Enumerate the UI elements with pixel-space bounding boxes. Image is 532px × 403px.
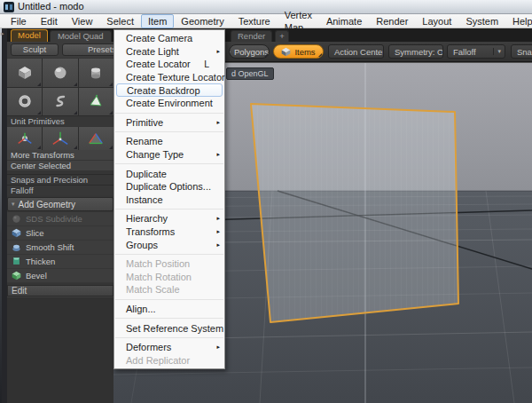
submenu-arrow-icon: ▸: [214, 48, 220, 55]
polygons-mode-button[interactable]: Polygons: [229, 44, 270, 59]
expander-arrow-icon: ▾: [12, 201, 15, 208]
tool-slice[interactable]: Slice: [7, 226, 113, 241]
cylinder-icon: [89, 66, 103, 80]
tab-model[interactable]: Model: [11, 29, 48, 42]
action-center-dropdown[interactable]: Action Center ▾: [328, 44, 384, 59]
menu-item-set-reference-system[interactable]: Set Reference System: [114, 321, 224, 335]
menu-item-hierarchy[interactable]: Hierarchy▸: [114, 212, 224, 225]
section-snaps-precision[interactable]: Snaps and Precision: [7, 174, 113, 185]
geometry-tool-list: SDS Subdivide Slice Smooth Shift Thicken: [7, 212, 113, 283]
menu-item-create-light[interactable]: Create Light▸: [114, 45, 224, 59]
submenu-arrow-icon: ▸: [214, 228, 220, 235]
menubar-item-item[interactable]: Item: [141, 14, 174, 28]
menu-item-primitive[interactable]: Primitive▸: [114, 116, 224, 130]
window-title: Untitled - modo: [18, 0, 84, 13]
menu-item-align[interactable]: Align...: [114, 303, 224, 316]
menu-item-match-scale: Match Scale: [114, 283, 224, 296]
submenu-arrow-icon: ▸: [214, 151, 220, 158]
sphere-tool-button[interactable]: [43, 59, 77, 87]
add-tab-button[interactable]: +: [275, 30, 289, 42]
menu-item-deformers[interactable]: Deformers▸: [114, 341, 224, 354]
menubar-item-select[interactable]: Select: [99, 14, 141, 28]
tool-bevel[interactable]: Bevel: [7, 269, 113, 283]
scale-tool-button[interactable]: [79, 127, 113, 150]
menu-item-create-texture-locator[interactable]: Create Texture Locator: [114, 71, 224, 84]
menu-separator: [115, 337, 223, 338]
cone-icon: [89, 94, 103, 108]
backdrop-plane-texture: [251, 104, 458, 322]
menu-separator: [115, 299, 223, 300]
window-titlebar[interactable]: Untitled - modo: [0, 0, 532, 14]
menu-separator: [115, 163, 223, 164]
section-unit-primitives[interactable]: Unit Primitives: [7, 115, 113, 126]
cone-tool-button[interactable]: [79, 88, 113, 116]
tool-sds-subdivide[interactable]: SDS Subdivide: [7, 212, 113, 226]
menubar-item-animate[interactable]: Animate: [319, 14, 369, 28]
tab-model-quad[interactable]: Model Quad: [50, 30, 112, 42]
falloff-dropdown[interactable]: Falloff ▾: [447, 44, 505, 59]
axis-rotate-tool-button[interactable]: [43, 127, 77, 150]
tool-smooth-shift[interactable]: Smooth Shift: [7, 241, 113, 255]
toolbox-tab-row: Model Model Quad: [7, 28, 113, 42]
menu-item-change-type[interactable]: Change Type▸: [114, 148, 224, 162]
chevron-down-icon: ▾: [493, 48, 501, 55]
menu-item-duplicate-options[interactable]: Duplicate Options...: [114, 180, 224, 194]
menubar-item-texture[interactable]: Texture: [231, 14, 278, 28]
snapping-dropdown[interactable]: Snapping ▾: [511, 44, 532, 59]
app-icon[interactable]: [4, 2, 14, 12]
menu-item-groups[interactable]: Groups▸: [114, 238, 224, 251]
bevel-icon: [12, 271, 21, 281]
menubar-item-geometry[interactable]: Geometry: [174, 14, 231, 28]
transform-tool-button[interactable]: [7, 127, 42, 150]
sculpt-button[interactable]: Sculpt: [11, 43, 59, 56]
smooth-shift-icon: [12, 242, 21, 252]
spiral-icon: [53, 94, 67, 108]
modo-application-window: Untitled - modo File Edit View Select It…: [0, 0, 532, 403]
center-selected-button[interactable]: Center Selected: [7, 161, 113, 171]
menubar-item-system[interactable]: System: [458, 14, 505, 28]
menubar-item-layout[interactable]: Layout: [415, 14, 458, 28]
menu-item-match-position: Match Position: [114, 257, 224, 271]
torus-tool-button[interactable]: [7, 88, 42, 116]
cube-icon: [18, 66, 32, 80]
tool-thicken[interactable]: Thicken: [7, 255, 113, 269]
menubar-item-edit[interactable]: Edit: [34, 14, 65, 28]
sidebar-empty-area: [7, 296, 113, 403]
viewport-style-label[interactable]: d OpenGL: [226, 67, 274, 80]
cylinder-tool-button[interactable]: [79, 59, 113, 87]
cube-tool-button[interactable]: [7, 59, 42, 87]
thicken-icon: [12, 257, 21, 266]
menubar: File Edit View Select Item Geometry Text…: [0, 14, 532, 28]
primitive-tool-grid: [7, 59, 113, 115]
symmetry-dropdown[interactable]: Symmetry: Off ▾: [388, 44, 443, 59]
menu-item-create-environment[interactable]: Create Environment: [114, 97, 224, 110]
polygons-cube-icon: [230, 47, 231, 57]
menubar-item-render[interactable]: Render: [369, 14, 415, 28]
transform-gizmo-icon: [16, 130, 34, 146]
add-geometry-header[interactable]: ▾ Add Geometry: [7, 197, 113, 211]
items-mode-button[interactable]: Items: [273, 44, 324, 59]
menubar-item-file[interactable]: File: [4, 14, 34, 28]
menu-separator: [115, 131, 223, 132]
menu-item-transforms[interactable]: Transforms▸: [114, 225, 224, 239]
scale-gizmo-icon: [87, 130, 105, 146]
menu-item-duplicate[interactable]: Duplicate: [114, 167, 224, 180]
submenu-arrow-icon: ▸: [214, 241, 220, 249]
tab-render[interactable]: Render: [231, 30, 272, 42]
more-transforms-button[interactable]: More Transforms: [7, 150, 113, 161]
menu-item-create-camera[interactable]: Create Camera: [114, 32, 224, 45]
menubar-item-view[interactable]: View: [65, 14, 100, 28]
menu-separator: [115, 318, 223, 319]
slice-icon: [12, 228, 21, 238]
menu-item-match-rotation: Match Rotation: [114, 271, 224, 284]
menubar-item-help[interactable]: Help: [505, 14, 532, 28]
item-menu-popup: Create Camera Create Light▸ Create Locat…: [113, 29, 225, 369]
section-edit[interactable]: Edit: [7, 285, 113, 296]
section-falloff[interactable]: Falloff: [7, 185, 113, 195]
swirl-tool-button[interactable]: [43, 88, 77, 116]
menu-item-create-backdrop[interactable]: Create Backdrop: [116, 83, 223, 97]
menu-item-create-locator[interactable]: Create LocatorL: [114, 58, 224, 71]
panel-collapse-icon[interactable]: ▸: [1, 30, 4, 37]
menu-item-instance[interactable]: Instance: [114, 194, 224, 207]
menu-item-rename[interactable]: Rename: [114, 135, 224, 148]
